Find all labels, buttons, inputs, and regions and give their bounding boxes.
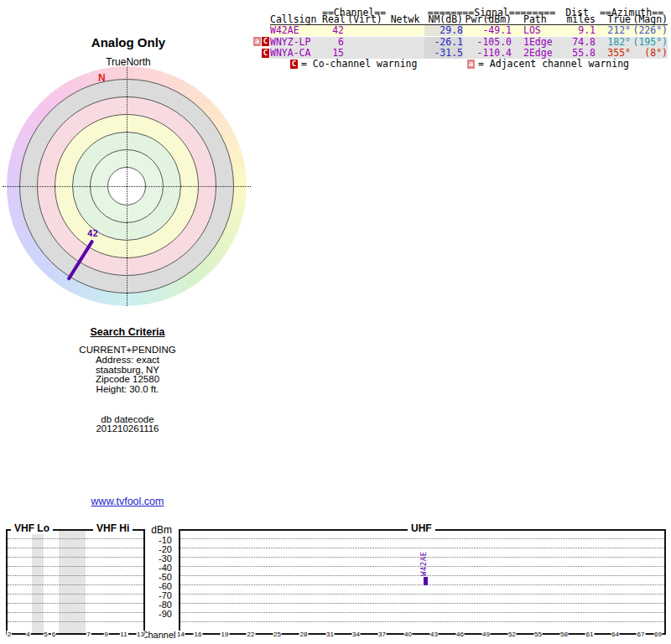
col-header-callsign: Callsign: [270, 15, 322, 24]
cell-path: 1Edge: [523, 37, 559, 48]
vhf-spectrum-panel: [6, 529, 145, 635]
cell-real: 6: [322, 37, 344, 48]
cell-azimuth-magn: (226°): [631, 25, 668, 36]
cell-miles: 9.1: [559, 25, 596, 36]
vhf-gap-band: [32, 531, 44, 633]
cell-pwr: -49.1: [463, 25, 512, 36]
table-row: WNYZ-LP 6 -26.1 -105.0 1Edge 74.8 182° (…: [270, 37, 668, 48]
dbm-gridline: [8, 603, 143, 604]
search-criteria: Search Criteria CURRENT+PENDINGAddress: …: [44, 326, 211, 434]
col-header-real: Real: [322, 15, 344, 24]
channel-tick-label: 14: [176, 631, 185, 638]
dbm-tick-label: -90: [134, 610, 172, 619]
dbm-gridline: [180, 612, 664, 613]
channel-tick-label: 40: [403, 631, 413, 638]
co-channel-warning-icon: C: [262, 49, 269, 58]
dbm-gridline: [8, 538, 143, 539]
co-channel-legend-icon: C: [290, 60, 298, 69]
criteria-line: 201210261116: [44, 424, 211, 434]
channel-tick-label: 13: [136, 631, 145, 638]
search-criteria-title: Search Criteria: [44, 326, 211, 338]
adjacent-channel-warning-icon: a: [253, 37, 261, 46]
channel-tick-label: 4: [25, 631, 30, 638]
co-channel-warning-icon: C: [262, 37, 269, 46]
dbm-gridline: [180, 603, 664, 604]
dbm-gridline: [180, 594, 664, 595]
col-header-netwk: Netwk: [386, 15, 424, 24]
channel-tick-label: 55: [533, 631, 543, 638]
dbm-gridline: [180, 621, 664, 622]
channel-tick-label: 69: [653, 631, 663, 638]
channel-tick-label: 34: [351, 631, 361, 638]
col-header-virt: (Virt): [344, 15, 386, 24]
channel-tick-label: 28: [299, 631, 309, 638]
search-criteria-lines: CURRENT+PENDINGAddress: exactstaatsburg,…: [44, 345, 211, 434]
cell-callsign: WNYZ-LP: [270, 37, 322, 48]
col-header-magn: (Magn): [631, 15, 668, 24]
cell-nm: -31.5: [424, 48, 463, 59]
channel-tick-label: 6: [51, 631, 56, 638]
cell-azimuth-magn: (195°): [631, 37, 668, 48]
vhf-lo-band-label: VHF Lo: [11, 523, 53, 534]
col-header-path: Path: [523, 15, 559, 24]
criteria-line: [44, 405, 211, 415]
col-header-nm: NM(dB): [424, 15, 463, 24]
dbm-gridline: [8, 566, 143, 567]
channel-tick-label: 61: [585, 631, 595, 638]
channel-tick-label: 49: [481, 631, 491, 638]
signal-bar-w42ae: [424, 577, 428, 585]
cell-azimuth-true: 212°: [596, 25, 631, 36]
cell-azimuth-magn: (8°): [631, 48, 668, 59]
channel-tick-label: 11: [119, 631, 127, 638]
criteria-line: Address: exact: [44, 356, 211, 366]
cell-nm: -26.1: [424, 37, 463, 48]
dbm-gridline: [8, 621, 143, 622]
cell-real: 42: [322, 25, 344, 36]
cell-netwk: [386, 25, 424, 36]
dbm-gridline: [8, 548, 143, 548]
channel-tick-label: 37: [377, 631, 387, 638]
dbm-gridline: [8, 575, 143, 576]
cell-virt: [344, 25, 386, 36]
dbm-gridline: [8, 557, 143, 558]
col-header-miles: miles: [559, 15, 596, 24]
cell-callsign: W42AE: [270, 25, 322, 36]
channel-tick-label: 7: [86, 631, 91, 638]
channel-tick-label: 5: [43, 631, 48, 638]
cell-azimuth-true: 182°: [596, 37, 631, 48]
north-marker: N: [98, 72, 106, 84]
cell-miles: 74.8: [559, 37, 596, 48]
channel-tick-label: 19: [221, 631, 230, 638]
criteria-line: [44, 395, 211, 405]
channel-tick-label: 22: [247, 631, 256, 638]
dbm-axis-title: dBm: [134, 524, 172, 536]
bearing-line: [69, 242, 92, 278]
adjacent-channel-legend-icon: a: [467, 60, 475, 69]
cell-path: LOS: [523, 25, 559, 36]
tvfool-signal-report: Analog Only TrueNorth 42 N ==Channel== =…: [0, 0, 671, 644]
channel-tick-label: 2: [7, 631, 12, 638]
co-channel-legend-text: = Co-channel warning: [301, 59, 417, 69]
dbm-gridline: [8, 594, 143, 595]
channel-tick-label: 9: [103, 631, 108, 638]
vhf-hi-band-label: VHF Hi: [93, 523, 133, 534]
dbm-gridline: [180, 584, 664, 585]
fm-gap-band: [59, 531, 86, 633]
tvfool-link[interactable]: www.tvfool.com: [44, 496, 211, 507]
channel-tick-label: 16: [194, 631, 203, 638]
channel-tick-label: 31: [325, 631, 335, 638]
signal-bar-callsign-label: W42AE: [419, 539, 429, 576]
dbm-gridline: [8, 584, 143, 585]
criteria-line: Height: 30.0 ft.: [44, 385, 211, 395]
channel-tick-label: 43: [429, 631, 439, 638]
cell-nm: 29.8: [424, 25, 463, 36]
channel-tick-label: 46: [455, 631, 465, 638]
bearing-line-svg: [0, 0, 252, 319]
channel-tick-label: 25: [273, 631, 282, 638]
channel-tick-label: 67: [637, 631, 646, 638]
cell-pwr: -105.0: [463, 37, 512, 48]
col-header-pwr: Pwr(dBm): [463, 15, 512, 24]
table-row: W42AE 42 29.8 -49.1 LOS 9.1 212° (226°): [270, 25, 668, 36]
dbm-gridline: [8, 612, 143, 613]
cell-netwk: [386, 37, 424, 48]
